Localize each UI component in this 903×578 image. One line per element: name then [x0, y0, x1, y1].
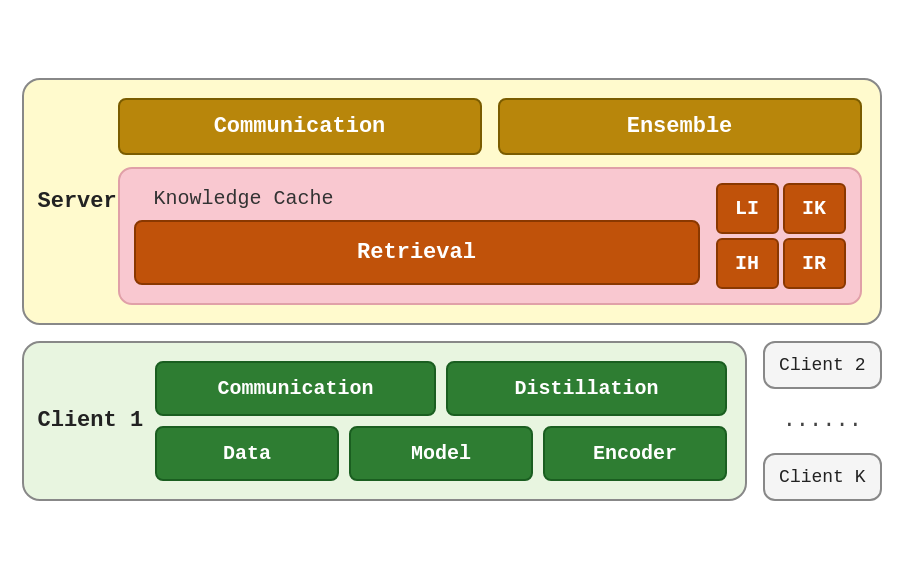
- client1-data-button[interactable]: Data: [155, 426, 339, 481]
- server-ensemble-button[interactable]: Ensemble: [498, 98, 862, 155]
- kc-cell-ir: IR: [783, 238, 846, 289]
- clientk-box: Client K: [763, 453, 881, 501]
- kc-cell-li: LI: [716, 183, 779, 234]
- kc-cell-ih: IH: [716, 238, 779, 289]
- client1-container: Client 1 Communication Distillation Data…: [22, 341, 748, 501]
- client1-model-button[interactable]: Model: [349, 426, 533, 481]
- bottom-row: Client 1 Communication Distillation Data…: [22, 341, 882, 501]
- client1-content: Communication Distillation Data Model En…: [155, 361, 727, 481]
- server-content: Communication Ensemble Knowledge Cache R…: [118, 98, 862, 305]
- architecture-diagram: Server Communication Ensemble Knowledge …: [22, 78, 882, 501]
- client2-box: Client 2: [763, 341, 881, 389]
- client1-top-row: Communication Distillation: [155, 361, 727, 416]
- client1-communication-button[interactable]: Communication: [155, 361, 436, 416]
- kc-grid: LI IK IH IR: [716, 183, 846, 289]
- knowledge-cache-label: Knowledge Cache: [134, 187, 334, 210]
- kc-cell-ik: IK: [783, 183, 846, 234]
- knowledge-cache-container: Knowledge Cache Retrieval LI IK IH IR: [118, 167, 862, 305]
- kc-left: Knowledge Cache Retrieval: [134, 187, 700, 285]
- retrieval-button[interactable]: Retrieval: [134, 220, 700, 285]
- right-clients: Client 2 ...... Client K: [763, 341, 881, 501]
- client1-label: Client 1: [38, 408, 144, 433]
- client1-encoder-button[interactable]: Encoder: [543, 426, 727, 481]
- dots-label: ......: [763, 404, 881, 437]
- client1-distillation-button[interactable]: Distillation: [446, 361, 727, 416]
- server-top-row: Communication Ensemble: [118, 98, 862, 155]
- server-container: Server Communication Ensemble Knowledge …: [22, 78, 882, 325]
- client1-bottom-row: Data Model Encoder: [155, 426, 727, 481]
- server-label: Server: [38, 189, 117, 214]
- server-communication-button[interactable]: Communication: [118, 98, 482, 155]
